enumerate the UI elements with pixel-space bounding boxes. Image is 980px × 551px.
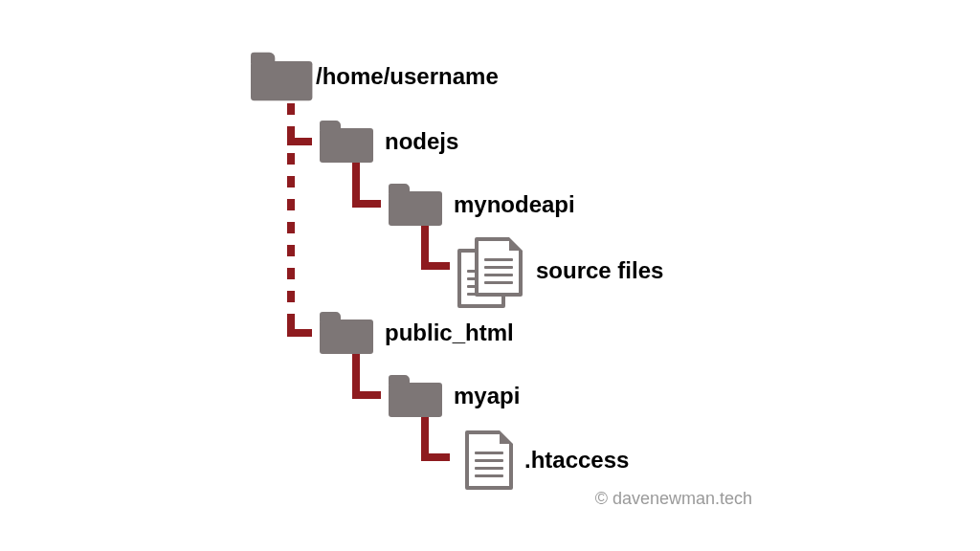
- directory-tree-diagram: /home/username nodejs mynodeapi source f…: [0, 0, 980, 551]
- node-label-htaccess: .htaccess: [524, 447, 629, 474]
- node-label-myapi: myapi: [454, 383, 520, 409]
- file-icon: [465, 430, 513, 490]
- tree-node-root: /home/username: [251, 55, 499, 98]
- tree-node-nodejs: nodejs: [320, 121, 458, 163]
- node-label-sourcefiles: source files: [536, 257, 663, 284]
- files-icon: [457, 237, 524, 304]
- tree-node-myapi: myapi: [389, 375, 520, 417]
- node-label-root: /home/username: [316, 63, 499, 90]
- folder-icon: [320, 121, 373, 163]
- node-label-mynodeapi: mynodeapi: [454, 191, 575, 218]
- credit-text: © davenewman.tech: [595, 489, 752, 509]
- node-label-nodejs: nodejs: [385, 128, 458, 155]
- folder-icon: [389, 375, 442, 417]
- folder-icon: [320, 312, 373, 354]
- tree-node-sourcefiles: source files: [457, 237, 663, 304]
- folder-icon: [389, 184, 442, 226]
- tree-node-publichtml: public_html: [320, 312, 514, 354]
- folder-icon: [251, 53, 312, 101]
- tree-node-mynodeapi: mynodeapi: [389, 184, 575, 226]
- node-label-publichtml: public_html: [385, 320, 514, 346]
- tree-node-htaccess: .htaccess: [465, 430, 629, 490]
